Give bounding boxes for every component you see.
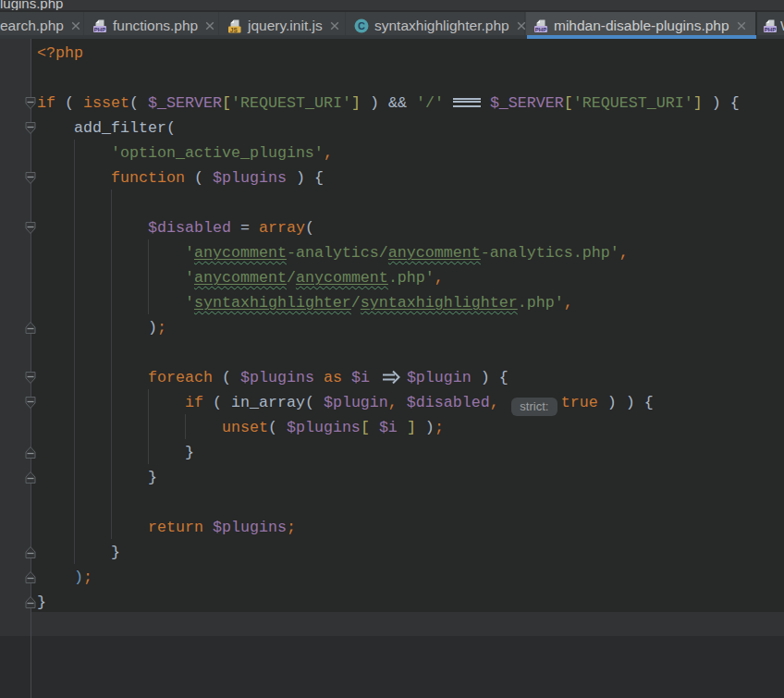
svg-text:JS: JS xyxy=(230,27,239,33)
svg-text:PHP: PHP xyxy=(765,27,776,32)
svg-text:PHP: PHP xyxy=(94,27,105,32)
svg-text:PHP: PHP xyxy=(535,27,546,32)
svg-text:C: C xyxy=(358,20,365,31)
